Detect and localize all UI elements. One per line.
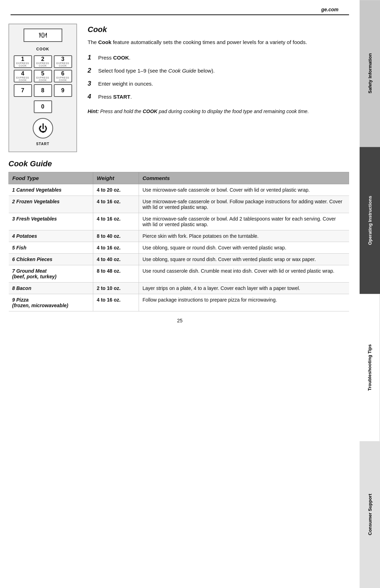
key-8: 8: [34, 84, 52, 97]
key-6: 6 EXPRESS COOK: [54, 70, 72, 82]
table-row: 8 Bacon2 to 10 oz.Layer strips on a plat…: [9, 283, 349, 294]
cook-instructions: Cook The Cook feature automatically sets…: [88, 24, 349, 152]
comments-cell: Use round casserole dish. Crumble meat i…: [139, 265, 349, 283]
cook-section: 🍽 COOK 1 EXPRESS COOK 2 EXPRESS COOK 3 E…: [0, 15, 360, 156]
food-type-cell: 2 Frozen Vegetables: [9, 196, 93, 213]
comments-cell: Pierce skin with fork. Place potatoes on…: [139, 230, 349, 242]
key-5: 5 EXPRESS COOK: [34, 70, 52, 82]
key-1: 1 EXPRESS COOK: [14, 55, 32, 68]
comments-cell: Use microwave-safe casserole or bowl. Ad…: [139, 213, 349, 230]
weight-cell: 4 to 16 oz.: [93, 242, 139, 254]
table-body: 1 Canned Vegetables4 to 20 oz.Use microw…: [9, 184, 349, 311]
sidebar-tab-troubleshooting: Troubleshooting Tips: [360, 294, 380, 441]
key-0: 0: [34, 100, 52, 113]
table-row: 3 Fresh Vegetables4 to 16 oz.Use microwa…: [9, 213, 349, 230]
cook-guide-title: Cook Guide: [8, 159, 349, 168]
comments-cell: Layer strips on a plate, 4 to a layer. C…: [139, 283, 349, 294]
cook-description: The Cook feature automatically sets the …: [88, 38, 349, 47]
table-header-row: Food Type Weight Comments: [9, 172, 349, 184]
col-comments: Comments: [139, 172, 349, 184]
sidebar-tab-operating: Operating Instructions: [360, 147, 380, 294]
table-header: Food Type Weight Comments: [9, 172, 349, 184]
sidebar-tab-safety: Safety Information: [360, 0, 380, 147]
cook-step-4: 4 Press START.: [88, 92, 349, 101]
key-3: 3 EXPRESS COOK: [54, 55, 72, 68]
key-7: 7: [14, 84, 32, 97]
table-row: 2 Frozen Vegetables4 to 16 oz.Use microw…: [9, 196, 349, 213]
sidebar: Safety Information Operating Instruction…: [360, 0, 380, 588]
comments-cell: Use microwave-safe casserole or bowl. Fo…: [139, 196, 349, 213]
start-button-illustration: ⏻: [33, 118, 53, 138]
table-row: 5 Fish4 to 16 oz.Use oblong, square or r…: [9, 242, 349, 254]
weight-cell: 4 to 20 oz.: [93, 184, 139, 196]
food-type-cell: 6 Chicken Pieces: [9, 254, 93, 265]
food-type-cell: 8 Bacon: [9, 283, 93, 294]
start-pad-label: START: [36, 142, 50, 146]
start-icon: ⏻: [38, 123, 48, 134]
weight-cell: 8 to 40 oz.: [93, 230, 139, 242]
cook-pad-label: COOK: [36, 47, 49, 51]
sidebar-tab-troubleshooting-label: Troubleshooting Tips: [367, 344, 372, 391]
key-4: 4 EXPRESS COOK: [14, 70, 32, 82]
weight-cell: 4 to 16 oz.: [93, 294, 139, 311]
weight-cell: 4 to 16 oz.: [93, 196, 139, 213]
table-row: 4 Potatoes8 to 40 oz.Pierce skin with fo…: [9, 230, 349, 242]
cook-step-3: 3 Enter weight in ounces.: [88, 79, 349, 88]
website-url: ge.com: [321, 7, 338, 12]
cook-guide-section: Cook Guide Food Type Weight Comments 1 C…: [0, 156, 360, 311]
cook-step-2: 2 Select food type 1–9 (see the Cook Gui…: [88, 66, 349, 75]
food-type-cell: 3 Fresh Vegetables: [9, 213, 93, 230]
weight-cell: 4 to 16 oz.: [93, 213, 139, 230]
col-food-type: Food Type: [9, 172, 93, 184]
comments-cell: Use oblong, square or round dish. Cover …: [139, 242, 349, 254]
page-number: 25: [0, 311, 360, 326]
weight-cell: 8 to 48 oz.: [93, 265, 139, 283]
keypad-display: 🍽: [24, 29, 62, 42]
key-9: 9: [54, 84, 72, 97]
weight-cell: 2 to 10 oz.: [93, 283, 139, 294]
keypad-illustration: 🍽 COOK 1 EXPRESS COOK 2 EXPRESS COOK 3 E…: [8, 24, 77, 152]
sidebar-tab-consumer-label: Consumer Support: [367, 494, 373, 536]
cook-hint: Hint: Press and hold the COOK pad during…: [88, 108, 349, 115]
table-row: 6 Chicken Pieces4 to 40 oz.Use oblong, s…: [9, 254, 349, 265]
weight-cell: 4 to 40 oz.: [93, 254, 139, 265]
food-type-cell: 5 Fish: [9, 242, 93, 254]
food-type-cell: 1 Canned Vegetables: [9, 184, 93, 196]
header: ge.com: [11, 0, 349, 15]
comments-cell: Follow package instructions to prepare p…: [139, 294, 349, 311]
cook-steps-list: 1 Press COOK. 2 Select food type 1–9 (se…: [88, 53, 349, 101]
table-row: 7 Ground Meat(beef, pork, turkey)8 to 48…: [9, 265, 349, 283]
sidebar-tab-operating-label: Operating Instructions: [367, 196, 373, 245]
comments-cell: Use oblong, square or round dish. Cover …: [139, 254, 349, 265]
sidebar-tab-safety-label: Safety Information: [367, 54, 373, 94]
cook-title: Cook: [88, 25, 349, 34]
food-type-cell: 9 Pizza(frozen, microwaveable): [9, 294, 93, 311]
comments-cell: Use microwave-safe casserole or bowl. Co…: [139, 184, 349, 196]
col-weight: Weight: [93, 172, 139, 184]
sidebar-tab-consumer: Consumer Support: [360, 441, 380, 588]
keypad-grid: 1 EXPRESS COOK 2 EXPRESS COOK 3 EXPRESS …: [14, 55, 72, 97]
table-row: 1 Canned Vegetables4 to 20 oz.Use microw…: [9, 184, 349, 196]
food-type-cell: 4 Potatoes: [9, 230, 93, 242]
display-icon: 🍽: [39, 31, 47, 40]
food-type-cell: 7 Ground Meat(beef, pork, turkey): [9, 265, 93, 283]
key-2: 2 EXPRESS COOK: [34, 55, 52, 68]
key-zero-row: 0: [34, 100, 52, 113]
cook-guide-table: Food Type Weight Comments 1 Canned Veget…: [8, 172, 349, 311]
main-content: ge.com 🍽 COOK 1 EXPRESS COOK 2 EXPRESS C…: [0, 0, 360, 588]
table-row: 9 Pizza(frozen, microwaveable)4 to 16 oz…: [9, 294, 349, 311]
cook-step-1: 1 Press COOK.: [88, 53, 349, 62]
